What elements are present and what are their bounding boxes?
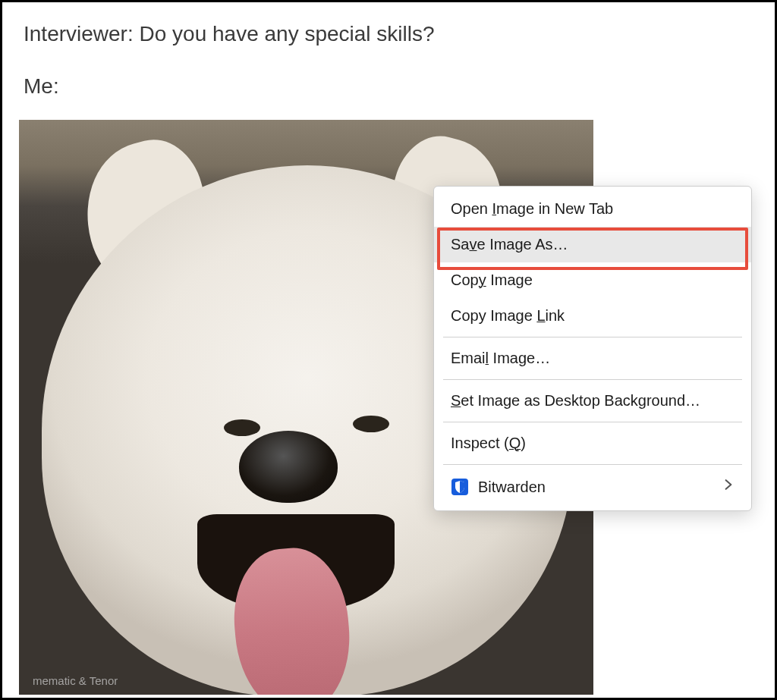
menu-email-image[interactable]: Email Image…: [434, 341, 751, 376]
menu-bitwarden[interactable]: Bitwarden: [434, 468, 751, 506]
image-context-menu: Open Image in New Tab Save Image As… Cop…: [433, 186, 752, 511]
chevron-right-icon: [721, 477, 736, 497]
dog-illustration: [224, 419, 260, 436]
menu-open-image-new-tab[interactable]: Open Image in New Tab: [434, 191, 751, 227]
menu-separator: [443, 464, 742, 465]
menu-save-image-as[interactable]: Save Image As…: [434, 227, 751, 262]
meme-caption: Interviewer: Do you have any special ski…: [2, 2, 596, 115]
dog-illustration: [353, 416, 389, 432]
menu-copy-image[interactable]: Copy Image: [434, 262, 751, 298]
menu-separator: [443, 337, 742, 337]
meme-line-2: Me:: [24, 71, 574, 102]
menu-separator: [443, 379, 742, 380]
meme-line-1: Interviewer: Do you have any special ski…: [24, 19, 574, 50]
image-watermark: mematic & Tenor: [33, 674, 118, 687]
screenshot-frame: Interviewer: Do you have any special ski…: [0, 0, 777, 700]
menu-inspect[interactable]: Inspect (Q): [434, 425, 751, 461]
bitwarden-shield-icon: [451, 478, 469, 496]
menu-separator: [443, 422, 742, 422]
menu-copy-image-link[interactable]: Copy Image Link: [434, 298, 751, 334]
menu-bitwarden-label: Bitwarden: [478, 479, 546, 496]
dog-illustration: [239, 431, 338, 503]
menu-set-desktop-background[interactable]: Set Image as Desktop Background…: [434, 383, 751, 419]
